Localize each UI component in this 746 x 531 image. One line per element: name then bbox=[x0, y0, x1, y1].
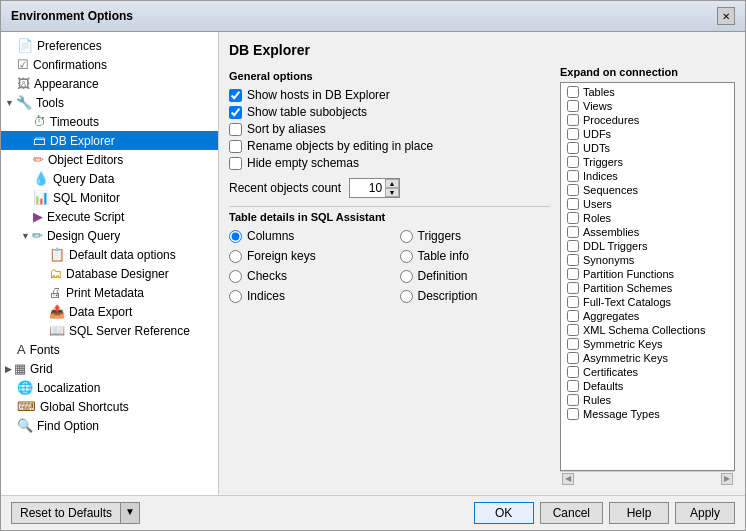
expand-item-users: Users bbox=[565, 197, 732, 211]
sidebar-item-executescript[interactable]: ▶Execute Script bbox=[1, 207, 218, 226]
checkbox-rename_objects[interactable] bbox=[229, 140, 242, 153]
sidebar-item-label: Global Shortcuts bbox=[40, 400, 129, 414]
expand-checkbox-views[interactable] bbox=[567, 100, 579, 112]
expand-checkbox-message_types[interactable] bbox=[567, 408, 579, 420]
sidebar-item-timeouts[interactable]: ⏱Timeouts bbox=[1, 112, 218, 131]
cancel-button[interactable]: Cancel bbox=[540, 502, 603, 524]
expand-label-partition_schemes: Partition Schemes bbox=[583, 282, 672, 294]
checkbox-show_table_sub[interactable] bbox=[229, 106, 242, 119]
section-title: DB Explorer bbox=[229, 42, 735, 58]
expand-checkbox-xml_schema[interactable] bbox=[567, 324, 579, 336]
radio-checks[interactable] bbox=[229, 270, 242, 283]
checkbox-hide_empty[interactable] bbox=[229, 157, 242, 170]
dataexport-icon: 📤 bbox=[49, 304, 65, 319]
expand-checkbox-users[interactable] bbox=[567, 198, 579, 210]
radio-label-triggers: Triggers bbox=[418, 229, 462, 243]
expand-checkbox-certificates[interactable] bbox=[567, 366, 579, 378]
sidebar-item-fonts[interactable]: AFonts bbox=[1, 340, 218, 359]
designquery-icon: ✏ bbox=[32, 228, 43, 243]
checkbox-sort_aliases[interactable] bbox=[229, 123, 242, 136]
recent-objects-spinner[interactable]: ▲ ▼ bbox=[349, 178, 400, 198]
sidebar-item-printmeta[interactable]: 🖨Print Metadata bbox=[1, 283, 218, 302]
expand-checkbox-tables[interactable] bbox=[567, 86, 579, 98]
sidebar-item-designquery[interactable]: ▼✏Design Query bbox=[1, 226, 218, 245]
expand-checkbox-synonyms[interactable] bbox=[567, 254, 579, 266]
sidebar-item-globalshortcuts[interactable]: ⌨Global Shortcuts bbox=[1, 397, 218, 416]
expand-item-partition_functions: Partition Functions bbox=[565, 267, 732, 281]
expand-item-aggregates: Aggregates bbox=[565, 309, 732, 323]
sidebar-item-tools[interactable]: ▼🔧Tools bbox=[1, 93, 218, 112]
objecteditors-icon: ✏ bbox=[33, 152, 44, 167]
sidebar-item-sqlmonitor[interactable]: 📊SQL Monitor bbox=[1, 188, 218, 207]
expand-checkbox-procedures[interactable] bbox=[567, 114, 579, 126]
expand-checkbox-partition_functions[interactable] bbox=[567, 268, 579, 280]
sidebar-item-dbexplorer[interactable]: 🗃DB Explorer bbox=[1, 131, 218, 150]
expand-label-procedures: Procedures bbox=[583, 114, 639, 126]
sidebar-item-sqlrefref[interactable]: 📖SQL Server Reference bbox=[1, 321, 218, 340]
expand-checkbox-aggregates[interactable] bbox=[567, 310, 579, 322]
expand-checkbox-indices[interactable] bbox=[567, 170, 579, 182]
sidebar-item-preferences[interactable]: 📄Preferences bbox=[1, 36, 218, 55]
sidebar-item-defaultdata[interactable]: 📋Default data options bbox=[1, 245, 218, 264]
expand-checkbox-udfs[interactable] bbox=[567, 128, 579, 140]
recent-objects-label: Recent objects count bbox=[229, 181, 341, 195]
expand-label-rules: Rules bbox=[583, 394, 611, 406]
expand-checkbox-symmetric_keys[interactable] bbox=[567, 338, 579, 350]
general-options-label: General options bbox=[229, 70, 550, 82]
scroll-left-btn[interactable]: ◀ bbox=[562, 473, 574, 485]
reset-button[interactable]: Reset to Defaults bbox=[11, 502, 120, 524]
radio-indices[interactable] bbox=[229, 290, 242, 303]
radio-foreign_keys[interactable] bbox=[229, 250, 242, 263]
recent-objects-row: Recent objects count ▲ ▼ bbox=[229, 178, 550, 198]
close-button[interactable]: ✕ bbox=[717, 7, 735, 25]
recent-objects-input[interactable] bbox=[350, 180, 385, 196]
sidebar-item-findoption[interactable]: 🔍Find Option bbox=[1, 416, 218, 435]
spinner-down[interactable]: ▼ bbox=[385, 188, 399, 197]
apply-button[interactable]: Apply bbox=[675, 502, 735, 524]
sidebar-item-localization[interactable]: 🌐Localization bbox=[1, 378, 218, 397]
expand-checkbox-defaults[interactable] bbox=[567, 380, 579, 392]
radio-triggers[interactable] bbox=[400, 230, 413, 243]
expand-label: Expand on connection bbox=[560, 66, 735, 78]
scroll-right-btn[interactable]: ▶ bbox=[721, 473, 733, 485]
checkbox-show_hosts[interactable] bbox=[229, 89, 242, 102]
expand-label-tables: Tables bbox=[583, 86, 615, 98]
expand-label-udts: UDTs bbox=[583, 142, 610, 154]
expand-checkbox-triggers[interactable] bbox=[567, 156, 579, 168]
expand-checkbox-assemblies[interactable] bbox=[567, 226, 579, 238]
help-button[interactable]: Help bbox=[609, 502, 669, 524]
sidebar-item-label: Database Designer bbox=[66, 267, 169, 281]
expand-checkbox-ddl_triggers[interactable] bbox=[567, 240, 579, 252]
reset-split-button[interactable]: Reset to Defaults ▼ bbox=[11, 502, 140, 524]
sidebar-item-objecteditors[interactable]: ✏Object Editors bbox=[1, 150, 218, 169]
expand-item-defaults: Defaults bbox=[565, 379, 732, 393]
radio-definition[interactable] bbox=[400, 270, 413, 283]
expand-checkbox-roles[interactable] bbox=[567, 212, 579, 224]
sidebar-item-querydata[interactable]: 💧Query Data bbox=[1, 169, 218, 188]
ok-button[interactable]: OK bbox=[474, 502, 534, 524]
expand-checkbox-udts[interactable] bbox=[567, 142, 579, 154]
radio-label-description: Description bbox=[418, 289, 478, 303]
radio-description[interactable] bbox=[400, 290, 413, 303]
reset-dropdown-arrow[interactable]: ▼ bbox=[120, 502, 140, 524]
radio-table_info[interactable] bbox=[400, 250, 413, 263]
expand-checkbox-sequences[interactable] bbox=[567, 184, 579, 196]
expand-label-synonyms: Synonyms bbox=[583, 254, 634, 266]
sidebar-item-grid[interactable]: ▶▦Grid bbox=[1, 359, 218, 378]
expand-checkbox-rules[interactable] bbox=[567, 394, 579, 406]
expand-label-fulltext_catalogs: Full-Text Catalogs bbox=[583, 296, 671, 308]
sidebar-item-dataexport[interactable]: 📤Data Export bbox=[1, 302, 218, 321]
expand-checkbox-fulltext_catalogs[interactable] bbox=[567, 296, 579, 308]
sidebar-item-appearance[interactable]: 🖼Appearance bbox=[1, 74, 218, 93]
sidebar-item-dbdesigner[interactable]: 🗂Database Designer bbox=[1, 264, 218, 283]
radio-columns[interactable] bbox=[229, 230, 242, 243]
dialog-body: 📄Preferences☑Confirmations🖼Appearance▼🔧T… bbox=[1, 32, 745, 495]
expand-checkbox-partition_schemes[interactable] bbox=[567, 282, 579, 294]
horizontal-scrollbar[interactable]: ◀ ▶ bbox=[560, 471, 735, 485]
spinner-up[interactable]: ▲ bbox=[385, 179, 399, 188]
timeouts-icon: ⏱ bbox=[33, 114, 46, 129]
findoption-icon: 🔍 bbox=[17, 418, 33, 433]
sidebar-item-confirmations[interactable]: ☑Confirmations bbox=[1, 55, 218, 74]
checkbox-label-sort_aliases: Sort by aliases bbox=[247, 122, 326, 136]
expand-checkbox-asymmetric_keys[interactable] bbox=[567, 352, 579, 364]
